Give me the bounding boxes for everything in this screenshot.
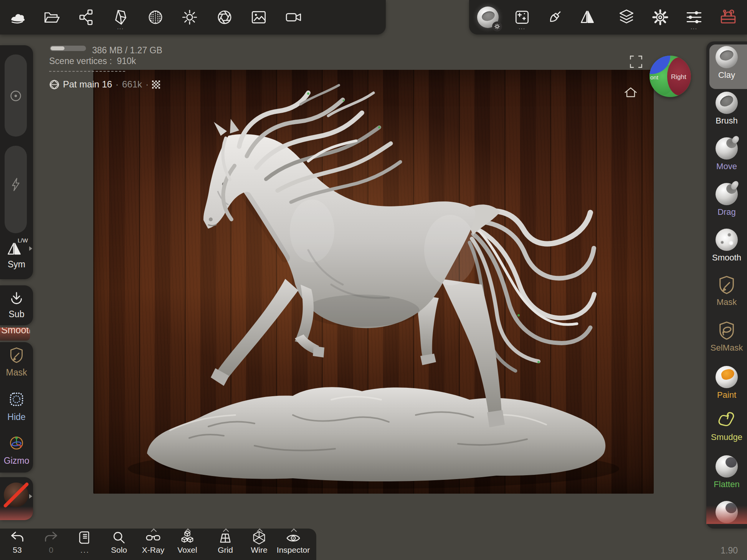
sub-download-icon [8, 291, 25, 308]
material-button[interactable] [476, 0, 500, 35]
scene-graph-button[interactable] [74, 0, 99, 35]
tool-flatten-label: Flatten [706, 479, 747, 489]
divider-dashed [49, 71, 125, 72]
app-logo-button[interactable] [5, 0, 30, 35]
wire-label: Wire [240, 545, 278, 555]
left-action-panel: Mask Hide Gizmo [0, 342, 33, 473]
memory-bar [50, 46, 86, 51]
tool-smooth[interactable]: Smooth [706, 229, 747, 263]
redo-button[interactable]: 0 [39, 529, 63, 560]
toolbox-button[interactable] [716, 0, 740, 35]
material-expand-arrow[interactable] [29, 494, 32, 499]
fullscreen-icon[interactable] [629, 54, 643, 69]
voxel-cubes-icon [179, 530, 195, 546]
camera-aperture-button[interactable] [212, 0, 237, 35]
solo-label: Solo [100, 545, 138, 555]
tool-smudge[interactable]: Smudge [706, 410, 747, 442]
radius-icon [7, 87, 24, 104]
xray-button[interactable]: X-Ray [141, 529, 165, 560]
scene-vertices: Scene vertices : 910k [49, 56, 136, 66]
post-process-button[interactable]: ... [510, 0, 534, 35]
move-sphere-icon [716, 137, 738, 160]
history-more-indicator: ... [66, 545, 104, 555]
voxel-button[interactable]: Voxel [175, 529, 200, 560]
inspector-button[interactable]: Inspector [281, 529, 306, 560]
sym-mirror-icon[interactable] [5, 240, 23, 258]
material-disabled-panel[interactable] [0, 477, 33, 520]
smooth-sphere-icon [716, 229, 738, 251]
solo-magnifier-icon [111, 530, 127, 546]
active-tool-flyout-label: Smooth [1, 328, 30, 336]
interface-more-indicator: ... [682, 25, 706, 30]
sym-label[interactable]: Sym [0, 259, 33, 270]
tool-clay-label: Clay [706, 70, 747, 80]
smudge-finger-icon [716, 410, 737, 430]
tool-paint[interactable]: Paint [706, 366, 747, 400]
background-image-button[interactable] [246, 0, 271, 35]
tool-brush-label: Brush [706, 116, 747, 126]
left-tool-panel: L/W Sym [0, 45, 33, 279]
selmask-shield-icon [716, 320, 737, 341]
solo-button[interactable]: Solo [107, 529, 131, 560]
lighting-sun-button[interactable] [177, 0, 202, 35]
mesh-more-indicator: ... [108, 25, 133, 30]
hide-marquee-icon[interactable] [8, 390, 25, 408]
mesh-stone-button[interactable]: ... [108, 0, 133, 35]
tool-brush[interactable]: Brush [706, 92, 747, 126]
symmetry-button[interactable] [575, 0, 600, 35]
sub-panel[interactable]: Sub [0, 285, 33, 325]
settings-button[interactable] [648, 0, 673, 35]
history-book-button[interactable]: ... [73, 529, 97, 560]
tool-paint-label: Paint [706, 390, 747, 400]
brush-sidebar: Clay Brush Move Drag Smooth Mask SelMask… [706, 41, 747, 529]
gizmo-icon[interactable] [8, 434, 25, 452]
right-face-label: Right [671, 73, 686, 81]
post-process-more-indicator: ... [510, 25, 534, 30]
material-sphere-icon [477, 7, 499, 28]
layers-button[interactable] [614, 0, 639, 35]
dither-checker-icon [152, 81, 160, 89]
grid-button[interactable]: Grid [213, 529, 238, 560]
grid-label: Grid [206, 545, 245, 555]
tool-flatten[interactable]: Flatten [706, 455, 747, 489]
intensity-slider[interactable] [5, 146, 27, 233]
zoom-scale: 1.90 [721, 545, 738, 556]
topology-sphere-button[interactable] [143, 0, 168, 35]
active-tool-flyout: Smooth [0, 328, 30, 341]
viewport-canvas[interactable] [93, 70, 654, 494]
memory-text: 386 MB / 1.27 GB [92, 45, 162, 56]
mask-shield-icon[interactable] [8, 346, 25, 364]
mesh-name: Pat main 16 [63, 79, 112, 90]
scroll-red-fade [0, 506, 33, 520]
home-view-icon[interactable] [623, 85, 638, 100]
wire-button[interactable]: Wire [247, 529, 271, 560]
paint-all-button[interactable] [542, 0, 567, 35]
radius-slider[interactable] [5, 54, 27, 137]
interface-sliders-button[interactable]: ... [682, 0, 706, 35]
tool-drag[interactable]: Drag [706, 183, 747, 217]
tool-mask[interactable]: Mask [706, 275, 747, 307]
hide-label[interactable]: Hide [0, 412, 33, 422]
tool-drag-label: Drag [706, 207, 747, 217]
tool-move[interactable]: Move [706, 137, 747, 171]
book-icon [77, 530, 93, 546]
tool-clay[interactable]: Clay [706, 46, 747, 80]
redo-count: 0 [32, 545, 70, 555]
clay-sphere-icon [716, 46, 738, 68]
wire-sphere-icon [251, 530, 267, 546]
voxel-label: Voxel [168, 545, 207, 555]
orientation-sphere[interactable]: ont Right [649, 56, 691, 97]
gizmo-label[interactable]: Gizmo [0, 456, 33, 466]
grid-icon [217, 530, 233, 546]
top-toolbar-left: ... [0, 0, 386, 35]
mask-label[interactable]: Mask [0, 367, 33, 378]
screen-record-button[interactable] [281, 0, 306, 35]
tool-smudge-label: Smudge [706, 432, 747, 442]
material-gear-icon [492, 21, 502, 31]
undo-button[interactable]: 53 [5, 529, 30, 560]
active-mesh-row[interactable]: Pat main 16 · 661k · [49, 79, 160, 90]
files-folder-button[interactable] [39, 0, 64, 35]
mask-shield-icon [716, 275, 737, 295]
tool-selmask[interactable]: SelMask [706, 320, 747, 353]
sym-expand-arrow[interactable] [29, 246, 32, 251]
